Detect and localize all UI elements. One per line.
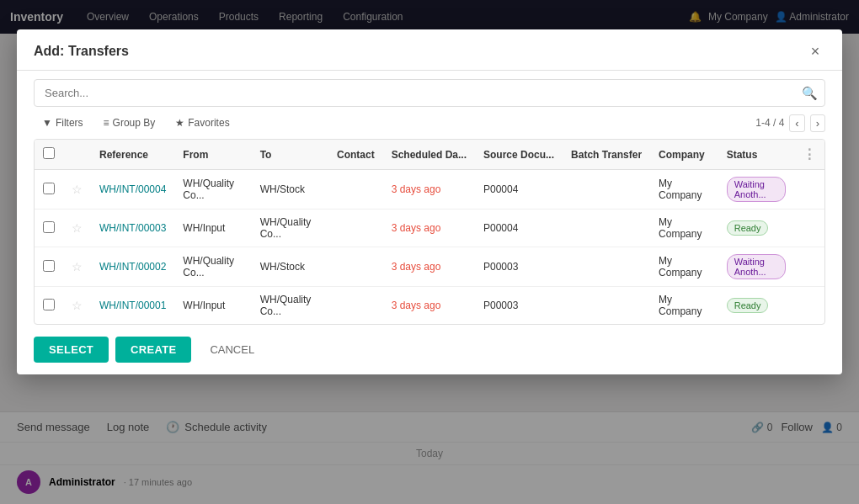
filters-button[interactable]: ▼ Filters [34, 114, 92, 132]
transfers-table-wrapper: Reference From To Contact Scheduled Da..… [34, 139, 825, 325]
row-batch-transfer [563, 247, 650, 287]
header-contact[interactable]: Contact [328, 140, 383, 170]
reference-link[interactable]: WH/INT/00003 [99, 222, 166, 234]
row-scheduled-date: 3 days ago [383, 170, 475, 210]
header-company[interactable]: Company [650, 140, 718, 170]
row-to: WH/Stock [252, 247, 328, 287]
row-from: WH/Input [174, 287, 251, 325]
header-to[interactable]: To [252, 140, 328, 170]
select-button[interactable]: SELECT [34, 337, 109, 363]
table-header-row: Reference From To Contact Scheduled Da..… [35, 140, 824, 170]
favorite-star-2[interactable]: ☆ [72, 260, 83, 273]
row-from: WH/Quality Co... [174, 247, 251, 287]
row-more[interactable] [794, 247, 824, 287]
row-from: WH/Input [174, 210, 251, 247]
pagination-text: 1-4 / 4 [755, 117, 784, 129]
favorites-label: Favorites [188, 117, 229, 129]
transfers-table: Reference From To Contact Scheduled Da..… [35, 140, 824, 324]
row-checkbox-cell[interactable] [35, 210, 63, 247]
status-badge: Ready [727, 298, 769, 313]
table-row: ☆ WH/INT/00003 WH/Input WH/Quality Co...… [35, 210, 824, 247]
dialog-close-button[interactable]: × [805, 41, 825, 61]
status-badge: Waiting Anoth... [727, 254, 786, 279]
favorite-star-0[interactable]: ☆ [72, 183, 83, 196]
row-status: Ready [718, 210, 794, 247]
header-more[interactable]: ⋮ [794, 140, 824, 170]
table-row: ☆ WH/INT/00004 WH/Quality Co... WH/Stock… [35, 170, 824, 210]
row-star-cell[interactable]: ☆ [63, 287, 91, 325]
reference-link[interactable]: WH/INT/00001 [99, 300, 166, 311]
row-checkbox-cell[interactable] [35, 170, 63, 210]
dialog-footer: SELECT CREATE CANCEL [17, 325, 842, 374]
filter-bar: ▼ Filters ≡ Group By ★ Favorites 1-4 / 4… [17, 107, 842, 139]
row-reference[interactable]: WH/INT/00002 [91, 247, 174, 287]
row-source-doc: P00004 [475, 170, 563, 210]
row-status: Ready [718, 287, 794, 325]
filters-label: Filters [56, 117, 83, 129]
row-source-doc: P00003 [475, 247, 563, 287]
header-status[interactable]: Status [718, 140, 794, 170]
row-more[interactable] [794, 170, 824, 210]
next-page-button[interactable]: › [810, 114, 825, 132]
row-to: WH/Quality Co... [252, 210, 328, 247]
row-status: Waiting Anoth... [718, 247, 794, 287]
star-icon: ★ [175, 117, 184, 129]
search-input[interactable] [41, 80, 802, 106]
row-batch-transfer [563, 287, 650, 325]
favorites-button[interactable]: ★ Favorites [167, 114, 237, 132]
header-select-all[interactable] [35, 140, 63, 170]
row-from: WH/Quality Co... [174, 170, 251, 210]
row-star-cell[interactable]: ☆ [63, 170, 91, 210]
row-more[interactable] [794, 210, 824, 247]
cancel-button[interactable]: CANCEL [198, 337, 266, 363]
header-batch-transfer[interactable]: Batch Transfer [563, 140, 650, 170]
row-checkbox-0[interactable] [43, 183, 55, 194]
row-star-cell[interactable]: ☆ [63, 247, 91, 287]
row-star-cell[interactable]: ☆ [63, 210, 91, 247]
groupby-button[interactable]: ≡ Group By [95, 114, 164, 132]
prev-page-button[interactable]: ‹ [789, 114, 804, 132]
row-reference[interactable]: WH/INT/00003 [91, 210, 174, 247]
filter-left-group: ▼ Filters ≡ Group By ★ Favorites [34, 114, 238, 132]
row-source-doc: P00004 [475, 210, 563, 247]
table-row: ☆ WH/INT/00001 WH/Input WH/Quality Co...… [35, 287, 824, 325]
row-batch-transfer [563, 170, 650, 210]
favorite-star-3[interactable]: ☆ [72, 299, 83, 312]
header-favorite [63, 140, 91, 170]
reference-link[interactable]: WH/INT/00004 [99, 183, 166, 195]
row-checkbox-cell[interactable] [35, 247, 63, 287]
row-source-doc: P00003 [475, 287, 563, 325]
reference-link[interactable]: WH/INT/00002 [99, 261, 166, 273]
favorite-star-1[interactable]: ☆ [72, 221, 83, 235]
status-badge: Waiting Anoth... [727, 177, 786, 202]
table-row: ☆ WH/INT/00002 WH/Quality Co... WH/Stock… [35, 247, 824, 287]
row-scheduled-date: 3 days ago [383, 210, 475, 247]
status-badge: Ready [727, 220, 769, 236]
row-more[interactable] [794, 287, 824, 325]
table-body: ☆ WH/INT/00004 WH/Quality Co... WH/Stock… [35, 170, 824, 325]
row-reference[interactable]: WH/INT/00004 [91, 170, 174, 210]
row-checkbox-1[interactable] [43, 221, 55, 233]
row-scheduled-date: 3 days ago [383, 287, 475, 325]
row-contact [328, 287, 383, 325]
pagination-section: 1-4 / 4 ‹ › [755, 114, 825, 132]
header-source-doc[interactable]: Source Docu... [475, 140, 563, 170]
select-all-checkbox[interactable] [43, 147, 55, 159]
row-scheduled-date: 3 days ago [383, 247, 475, 287]
row-checkbox-3[interactable] [43, 299, 55, 310]
row-reference[interactable]: WH/INT/00001 [91, 287, 174, 325]
dialog-title: Add: Transfers [34, 44, 129, 59]
header-reference[interactable]: Reference [91, 140, 174, 170]
row-checkbox-2[interactable] [43, 260, 55, 272]
create-button[interactable]: CREATE [115, 337, 191, 363]
row-contact [328, 247, 383, 287]
row-to: WH/Quality Co... [252, 287, 328, 325]
row-to: WH/Stock [252, 170, 328, 210]
row-batch-transfer [563, 210, 650, 247]
row-contact [328, 170, 383, 210]
header-from[interactable]: From [174, 140, 251, 170]
search-wrapper: 🔍 [34, 79, 825, 107]
header-scheduled-date[interactable]: Scheduled Da... [383, 140, 475, 170]
row-checkbox-cell[interactable] [35, 287, 63, 325]
search-button[interactable]: 🔍 [802, 86, 818, 101]
